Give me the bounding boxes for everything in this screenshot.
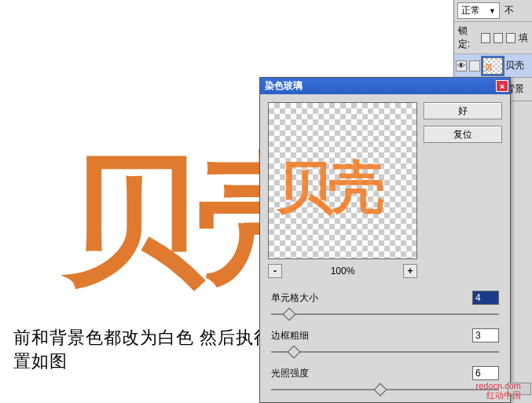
border-thickness-input[interactable]	[472, 328, 499, 343]
stained-glass-dialog: 染色玻璃 × 贝壳 - 100% + 好 复位 单元格大小 边框粗细	[259, 77, 511, 403]
cell-size-input[interactable]	[472, 291, 499, 305]
blend-mode-select[interactable]: 正常 ▼	[457, 2, 500, 19]
cell-size-label: 单元格大小	[271, 291, 318, 305]
chevron-down-icon: ▼	[489, 7, 496, 15]
border-thickness-slider[interactable]	[271, 346, 499, 358]
lock-move-icon[interactable]	[506, 33, 515, 43]
zoom-out-button[interactable]: -	[268, 264, 282, 278]
watermark: redocn.com 红动中国	[476, 381, 521, 400]
zoom-level: 100%	[331, 266, 355, 277]
preview-content: 贝壳	[277, 150, 380, 225]
dialog-title: 染色玻璃	[265, 79, 303, 93]
visibility-eye-icon[interactable]: 👁	[456, 60, 467, 71]
dialog-titlebar[interactable]: 染色玻璃 ×	[260, 78, 510, 94]
fill-label: 填	[519, 31, 528, 45]
layer-name: 贝壳	[505, 59, 524, 72]
light-intensity-label: 光照强度	[271, 367, 309, 380]
layer-thumbnail[interactable]: 贝	[482, 57, 503, 75]
lock-brush-icon[interactable]	[493, 33, 503, 43]
layer-row[interactable]: 👁 贝 贝壳	[454, 54, 532, 78]
reset-button[interactable]: 复位	[424, 126, 502, 143]
close-icon[interactable]: ×	[496, 80, 508, 92]
blend-mode-value: 正常	[461, 4, 480, 17]
cell-size-slider[interactable]	[271, 308, 499, 321]
light-intensity-input[interactable]	[472, 366, 499, 380]
filter-params: 单元格大小 边框粗细 光照强度	[260, 291, 510, 396]
border-thickness-label: 边框粗细	[271, 329, 309, 343]
ok-button[interactable]: 好	[424, 102, 502, 119]
lock-transparency-icon[interactable]	[481, 33, 490, 43]
link-icon[interactable]	[469, 60, 480, 71]
lock-label: 锁定:	[458, 24, 478, 51]
opacity-label: 不	[504, 4, 514, 17]
light-intensity-slider[interactable]	[271, 383, 499, 396]
zoom-in-button[interactable]: +	[403, 264, 417, 278]
filter-preview[interactable]: 贝壳	[268, 102, 417, 259]
